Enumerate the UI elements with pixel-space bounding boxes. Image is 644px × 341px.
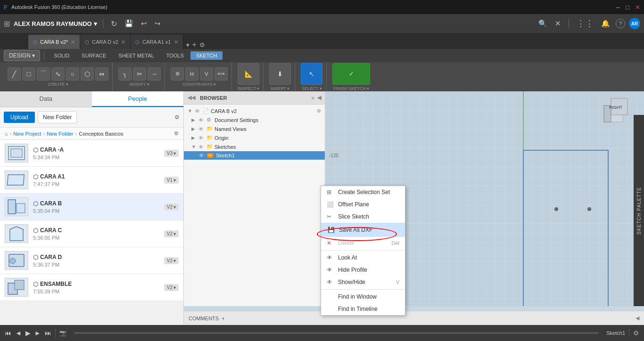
tree-item-sketches[interactable]: ▼ 👁 📁 Sketches bbox=[184, 142, 325, 151]
add-comment-button[interactable]: + bbox=[222, 316, 224, 321]
tree-item-named-views[interactable]: ▶ 👁 📁 Named Views bbox=[184, 124, 325, 133]
maximize-button[interactable]: □ bbox=[626, 4, 629, 11]
view-cube[interactable]: RIGHT bbox=[602, 96, 630, 124]
play-button[interactable]: ▶ bbox=[25, 329, 31, 337]
tree-eye-sketch1[interactable]: 👁 bbox=[199, 153, 206, 158]
file-item-ensamble[interactable]: ⬡ ENSAMBLE 7:55:39 PM V2▾ bbox=[0, 274, 183, 301]
file-version-cara-a[interactable]: V3▾ bbox=[164, 150, 179, 157]
mode-sheet-metal[interactable]: SHEET METAL bbox=[113, 51, 159, 60]
vertical-tool[interactable]: V bbox=[200, 67, 213, 81]
tab-close-button-3[interactable]: ✕ bbox=[174, 39, 178, 45]
tab-cara-d-v2[interactable]: ⬡ CARA D v2 ✕ bbox=[80, 35, 131, 49]
ctx-show-hide[interactable]: 👁 Show/Hide V bbox=[321, 276, 405, 288]
timeline-settings-button[interactable]: ⚙ bbox=[633, 329, 639, 337]
tree-eye-origin[interactable]: 👁 bbox=[198, 135, 205, 141]
ctx-slice-sketch[interactable]: ✂ Slice Sketch bbox=[321, 211, 405, 223]
file-item-cara-a1[interactable]: ⬡ CARA A1 7:47:37 PM V1▾ bbox=[0, 167, 183, 194]
ctx-look-at[interactable]: 👁 Look At bbox=[321, 252, 405, 264]
tree-item-origin[interactable]: ▶ 👁 📁 Origin bbox=[184, 133, 325, 142]
browser-expand-icon[interactable]: ◀ bbox=[317, 95, 321, 101]
search-button[interactable]: 🔍 bbox=[537, 19, 549, 28]
mode-solid[interactable]: SOLID bbox=[48, 51, 75, 60]
breadcrumb-new-folder[interactable]: New Folder bbox=[47, 131, 73, 137]
tab-data[interactable]: Data bbox=[0, 91, 92, 107]
dimension-tool[interactable]: ⟺ bbox=[215, 67, 228, 81]
new-folder-button[interactable]: New Folder bbox=[38, 111, 77, 123]
inspect-tool[interactable]: 📐 bbox=[238, 63, 259, 85]
save-button[interactable]: 💾 bbox=[123, 19, 135, 28]
apps-icon[interactable]: ⋮⋮ bbox=[575, 18, 595, 29]
rect-tool[interactable]: □ bbox=[22, 67, 35, 81]
trim-tool[interactable]: ✂ bbox=[133, 67, 146, 81]
browser-options-icon[interactable]: ≡ bbox=[312, 95, 314, 101]
mirror-tool[interactable]: ⇔ bbox=[95, 67, 108, 81]
mode-surface[interactable]: SURFACE bbox=[76, 51, 112, 60]
tree-eye-doc[interactable]: 👁 bbox=[198, 117, 205, 123]
tab-people[interactable]: People bbox=[92, 91, 184, 107]
grid-icon[interactable]: ⊞ bbox=[4, 19, 10, 28]
upload-button[interactable]: Upload bbox=[4, 112, 35, 123]
tree-gear-root[interactable]: ⚙ bbox=[317, 108, 321, 114]
ctx-find-in-timeline[interactable]: Find in Timeline bbox=[321, 303, 405, 315]
undo-button[interactable]: ↩ bbox=[139, 19, 149, 28]
step-fwd-button[interactable]: ⏭ bbox=[45, 329, 51, 337]
comments-expand-icon[interactable]: ◀ bbox=[636, 315, 639, 321]
tab-cara-a1-v1[interactable]: ⬡ CARA A1 v1 ✕ bbox=[131, 35, 183, 49]
panel-settings-icon[interactable]: ⚙ bbox=[174, 114, 180, 121]
horizontal-tool[interactable]: H bbox=[185, 67, 198, 81]
step-back-button[interactable]: ⏮ bbox=[5, 329, 11, 337]
redo-button[interactable]: ↪ bbox=[153, 19, 163, 28]
insert-tool[interactable]: ⬇ bbox=[269, 63, 291, 85]
tree-item-sketch1[interactable]: 👁 ✏ Sketch1 bbox=[184, 151, 325, 160]
breadcrumb-new-project[interactable]: New Project bbox=[13, 131, 41, 137]
file-item-cara-b[interactable]: ⬡ CARA B 5:35:04 PM V2▾ bbox=[0, 194, 183, 220]
design-dropdown[interactable]: DESIGN ▾ bbox=[4, 50, 40, 61]
play-fwd-button[interactable]: ► bbox=[34, 329, 41, 337]
mode-tools[interactable]: TOOLS bbox=[161, 51, 190, 60]
minimize-button[interactable]: ─ bbox=[616, 4, 620, 11]
file-item-cara-a[interactable]: ⬡ CARA -A 5:34:34 PM V3▾ bbox=[0, 140, 183, 167]
tab-cara-b-v2[interactable]: ⬡ CARA B v2* ✕ bbox=[28, 35, 80, 49]
mode-sketch[interactable]: SKETCH bbox=[190, 51, 223, 60]
close-doc-button[interactable]: ✕ bbox=[553, 19, 563, 28]
line-tool[interactable]: ╱ bbox=[8, 67, 21, 81]
file-version-ensamble[interactable]: V2▾ bbox=[164, 284, 179, 291]
extend-tool[interactable]: → bbox=[148, 67, 161, 81]
sketch-palette[interactable]: SKETCH PALETTE bbox=[634, 115, 644, 306]
file-version-cara-a1[interactable]: V1▾ bbox=[164, 177, 179, 184]
notifications-icon[interactable]: 🔔 bbox=[599, 19, 612, 28]
browser-collapse-button[interactable]: ◀◀ bbox=[188, 95, 195, 101]
ctx-find-in-window[interactable]: Find in Window bbox=[321, 291, 405, 303]
tab-dropdown-button[interactable]: ▾ bbox=[186, 41, 190, 49]
tree-eye-named-views[interactable]: 👁 bbox=[198, 126, 205, 132]
arc-tool[interactable]: ⌒ bbox=[37, 67, 50, 81]
file-item-cara-d[interactable]: ⬡ CARA D 5:36:37 PM V2▾ bbox=[0, 247, 183, 274]
select-tool[interactable]: ↖ bbox=[301, 63, 322, 85]
polygon-tool[interactable]: ⬡ bbox=[81, 67, 94, 81]
file-version-cara-c[interactable]: V2▾ bbox=[164, 230, 179, 237]
ctx-create-selection-set[interactable]: ⊞ Create Selection Set bbox=[321, 186, 405, 198]
breadcrumb-settings-icon[interactable]: ⚙ bbox=[174, 130, 179, 137]
play-back-button[interactable]: ◄ bbox=[15, 329, 22, 337]
file-item-cara-c[interactable]: ⬡ CARA C 5:36:05 PM V2▾ bbox=[0, 220, 183, 247]
finish-sketch-button[interactable]: ✓ bbox=[332, 63, 370, 85]
tree-eye-root[interactable]: 👁 bbox=[195, 108, 201, 114]
coincident-tool[interactable]: ⊚ bbox=[171, 67, 184, 81]
account-name[interactable]: ALEX RAMOS RAYMUNDO ▾ bbox=[14, 20, 97, 27]
timeline-track[interactable] bbox=[74, 332, 599, 334]
file-version-cara-b[interactable]: V2▾ bbox=[164, 203, 179, 211]
tree-root[interactable]: ▼ 👁 📄 CARA B v2 ⚙ bbox=[184, 106, 325, 115]
file-version-cara-d[interactable]: V2▾ bbox=[164, 257, 179, 264]
tree-item-doc-settings[interactable]: ▶ 👁 ⚙ Document Settings bbox=[184, 115, 325, 124]
refresh-button[interactable]: ↻ bbox=[109, 19, 119, 28]
help-icon[interactable]: ? bbox=[616, 19, 625, 28]
breadcrumb-home[interactable]: ⌂ bbox=[5, 131, 8, 137]
ctx-offset-plane[interactable]: ⬜ Offset Plane bbox=[321, 198, 405, 211]
close-button[interactable]: ✕ bbox=[635, 4, 640, 11]
timeline-camera-icon[interactable]: 📷 bbox=[59, 330, 66, 336]
fillet-tool[interactable]: ╮ bbox=[118, 67, 132, 81]
ellipse-tool[interactable]: ○ bbox=[66, 67, 79, 81]
ctx-save-as-dxf[interactable]: 💾 Save As DXF bbox=[321, 223, 405, 237]
ctx-hide-profile[interactable]: 👁 Hide Profile bbox=[321, 264, 405, 276]
tab-close-button[interactable]: ✕ bbox=[71, 39, 75, 45]
